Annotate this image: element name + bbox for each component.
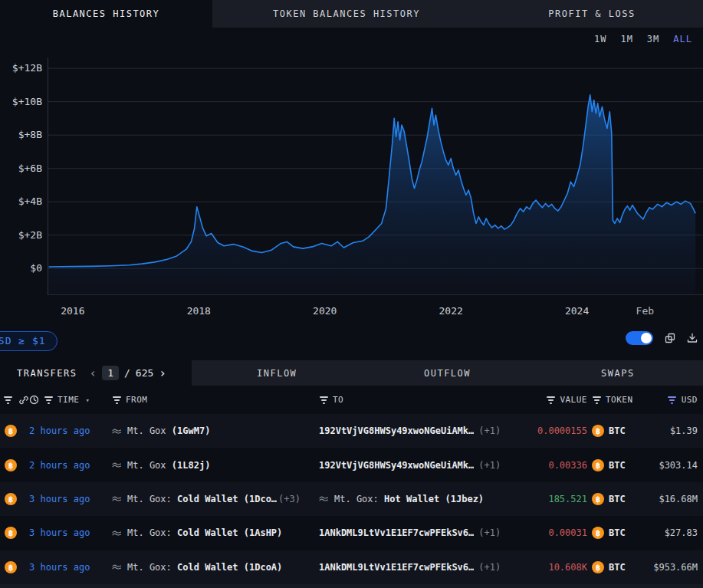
column-to: TO [333,395,343,405]
column-token: TOKEN [606,395,633,405]
value-cell: 0.00336 [520,460,587,471]
from-entity[interactable]: Mt. Gox: Cold Wallet (1AsHP) [127,527,282,538]
token-symbol: BTC [609,494,626,504]
btc-icon: ฿ [592,459,604,471]
usd-cell: $303.14 [647,460,703,471]
to-address[interactable]: 192VtVjVG8HWSy49xwoNGeUiAMk… [319,425,474,436]
y-tick-label: $+10B [0,96,42,107]
token-cell: ฿BTC [587,459,647,471]
to-address[interactable]: 1ANkDML9LtVv1E1EF7cwPFEkSv6… [319,562,474,573]
to-extra-count: (+1) [478,562,501,573]
from-cell: Mt. Gox: Cold Wallet (1DcoA) [112,562,319,573]
column-time[interactable]: TIME [57,395,80,405]
value-cell: 0.0000155 [520,425,587,436]
time-link[interactable]: 3 hours ago [29,527,90,538]
to-address[interactable]: 192VtVjVG8HWSy49xwoNGeUiAMk… [319,460,474,471]
tab-balances-history[interactable]: BALANCES HISTORY [0,0,212,28]
chain-filter-icon[interactable] [3,396,12,404]
tab-inflow[interactable]: INFLOW [192,360,362,386]
usd-cell: $16.68M [647,494,703,504]
transfer-value: 0.00031 [548,527,587,538]
next-row-edge [0,584,703,588]
range-all[interactable]: ALL [673,34,692,44]
usd-filter-chip[interactable]: USD ≥ $1 [0,331,57,351]
token-symbol: BTC [609,425,626,436]
from-filter-icon[interactable] [112,396,121,404]
y-tick-label: $+6B [0,163,42,174]
usd-filter-icon-active[interactable] [668,396,677,404]
to-entity[interactable]: Mt. Gox: Hot Wallet (1Jbez) [334,494,484,504]
range-1m[interactable]: 1M [620,34,632,44]
to-extra-count: (+1) [478,425,501,436]
time-link[interactable]: 3 hours ago [29,494,90,504]
to-address[interactable]: 1ANkDML9LtVv1E1EF7cwPFEkSv6… [319,527,474,538]
from-entity[interactable]: Mt. Gox: Cold Wallet (1Dco… [127,494,277,504]
table-row[interactable]: ฿2 hours agoMt. Gox (1L82j)192VtVjVG8HWS… [0,448,703,481]
transfer-value: 10.608K [548,562,587,573]
link-icon[interactable] [19,396,28,405]
range-1w[interactable]: 1W [594,34,606,44]
chain-cell: ฿ [0,425,29,437]
chevron-down-icon: ▾ [86,396,90,404]
column-from: FROM [126,395,148,405]
usd-value: $303.14 [659,460,698,471]
to-cell: 1ANkDML9LtVv1E1EF7cwPFEkSv6…(+1) [319,527,520,538]
time-filter-icon[interactable] [44,396,53,404]
time-link[interactable]: 2 hours ago [29,425,90,436]
table-row[interactable]: ฿3 hours agoMt. Gox: Cold Wallet (1Dco…(… [0,482,703,516]
token-symbol: BTC [609,527,626,538]
time-link[interactable]: 2 hours ago [29,460,90,471]
page-separator: / [124,367,130,379]
view-tab-bar: BALANCES HISTORY TOKEN BALANCES HISTORY … [0,0,703,28]
table-row[interactable]: ฿3 hours agoMt. Gox: Cold Wallet (1DcoA)… [0,550,703,584]
btc-icon: ฿ [5,459,17,471]
from-cell: Mt. Gox (1L82j) [112,460,319,471]
x-tick-label: 2020 [302,305,348,317]
table-row[interactable]: ฿3 hours agoMt. Gox: Cold Wallet (1AsHP)… [0,516,703,550]
x-tick-label: 2018 [176,305,222,317]
prev-page-button[interactable]: ‹ [90,367,97,379]
from-entity[interactable]: Mt. Gox (1GwM7) [127,425,210,436]
to-filter-icon[interactable] [319,396,328,404]
from-entity[interactable]: Mt. Gox (1L82j) [127,460,210,471]
to-extra-count: (+1) [478,527,501,538]
tab-transfers[interactable]: TRANSFERS ‹ 1 / 625 › [0,360,192,386]
transfer-value: 0.00336 [548,460,587,471]
download-icon[interactable] [687,333,698,343]
table-row[interactable]: ฿2 hours agoMt. Gox (1GwM7)192VtVjVG8HWS… [0,414,703,448]
chart-toggle[interactable] [626,331,653,345]
value-filter-icon[interactable] [546,396,555,404]
usd-cell: $953.66M [647,562,703,573]
btc-icon: ฿ [592,425,604,437]
btc-icon: ฿ [5,425,17,437]
transfers-table: ฿2 hours agoMt. Gox (1GwM7)192VtVjVG8HWS… [0,414,703,584]
to-cell: 1ANkDML9LtVv1E1EF7cwPFEkSv6…(+1) [319,562,520,573]
transfer-value: 0.0000155 [537,425,587,436]
btc-icon: ฿ [5,493,17,505]
token-cell: ฿BTC [587,493,647,505]
value-cell: 10.608K [520,562,587,573]
x-tick-label: Feb [622,305,668,317]
btc-icon: ฿ [592,493,604,505]
value-cell: 0.00031 [520,527,587,538]
tab-swaps[interactable]: SWAPS [533,360,703,386]
range-3m[interactable]: 3M [647,34,659,44]
usd-cell: $1.39 [647,425,703,436]
tab-outflow[interactable]: OUTFLOW [362,360,532,386]
tab-token-balances-history[interactable]: TOKEN BALANCES HISTORY [212,0,481,28]
table-header: TIME ▾ FROM TO VALUE TOKEN USD [0,386,703,414]
btc-icon: ฿ [5,561,17,573]
table-tab-bar: TRANSFERS ‹ 1 / 625 › INFLOW OUTFLOW SWA… [0,360,703,386]
pagination: ‹ 1 / 625 › [90,366,166,380]
copy-icon[interactable] [665,333,675,343]
from-entity[interactable]: Mt. Gox: Cold Wallet (1DcoA) [127,562,282,573]
time-cell: 2 hours ago [29,425,112,436]
token-filter-icon[interactable] [592,396,601,404]
next-page-button[interactable]: › [159,367,166,379]
x-axis-labels: 20162018202020222024Feb [48,305,703,319]
time-link[interactable]: 3 hours ago [29,562,90,573]
tab-profit-loss[interactable]: PROFIT & LOSS [481,0,703,28]
clock-icon[interactable] [29,395,39,405]
token-cell: ฿BTC [587,527,647,539]
to-cell: Mt. Gox: Hot Wallet (1Jbez) [319,494,520,504]
